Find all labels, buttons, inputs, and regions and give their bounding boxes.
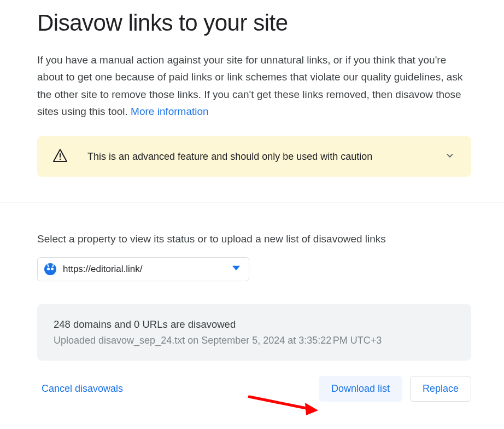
intro-text: If you have a manual action against your… (37, 54, 462, 117)
warning-triangle-icon (52, 148, 68, 165)
dropdown-arrow-icon (232, 264, 240, 274)
caution-banner[interactable]: This is an advanced feature and should o… (37, 136, 471, 177)
download-list-button[interactable]: Download list (319, 376, 402, 402)
intro-paragraph: If you have a manual action against your… (37, 51, 471, 120)
property-select-dropdown[interactable]: https://editorial.link/ (37, 257, 249, 281)
page-title: Disavow links to your site (37, 10, 471, 36)
svg-marker-3 (305, 403, 318, 415)
status-heading: 248 domains and 0 URLs are disavowed (54, 318, 455, 331)
selected-property-value: https://editorial.link/ (63, 264, 232, 275)
property-favicon-icon (44, 263, 56, 275)
cancel-disavowals-button[interactable]: Cancel disavowals (37, 378, 127, 400)
caution-text: This is an advanced feature and should o… (87, 151, 444, 163)
chevron-down-icon (444, 149, 456, 164)
action-row: Cancel disavowals Download list Replace (37, 376, 471, 402)
replace-button[interactable]: Replace (410, 376, 471, 402)
disavow-status-card: 248 domains and 0 URLs are disavowed Upl… (37, 304, 471, 361)
more-information-link[interactable]: More information (131, 106, 209, 117)
svg-point-1 (60, 159, 61, 160)
status-upload-info: Uploaded disavow_sep_24.txt on September… (54, 335, 455, 346)
property-select-label: Select a property to view its status or … (37, 233, 471, 245)
section-divider (0, 202, 504, 202)
